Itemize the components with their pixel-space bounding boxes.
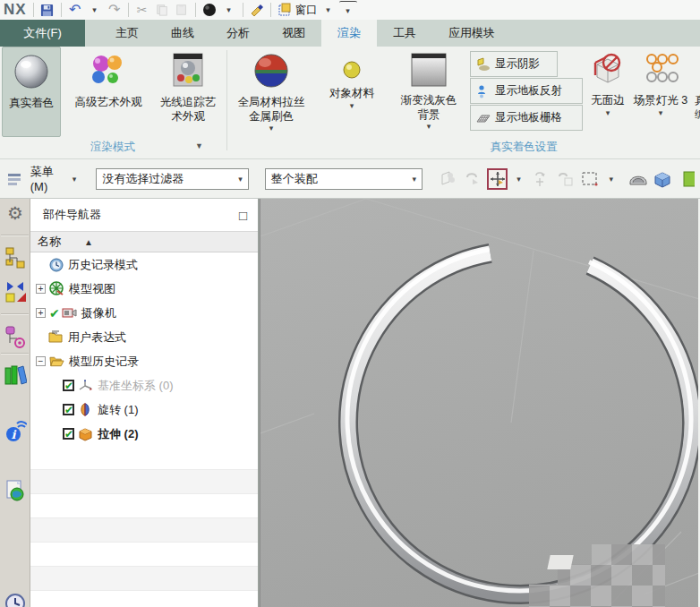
tab-render[interactable]: 渲染 (321, 20, 377, 47)
ray-traced-art-appearance-button[interactable]: 光线追踪艺术外观 (154, 47, 222, 137)
tab-curve[interactable]: 曲线 (155, 20, 210, 47)
work-plane-icon[interactable] (437, 168, 458, 190)
tab-label: 曲线 (171, 25, 194, 41)
show-floor-reflection-toggle[interactable]: 显示地板反射 (470, 78, 583, 104)
tab-analysis[interactable]: 分析 (210, 20, 266, 47)
undo-icon[interactable]: ↶ (66, 1, 84, 19)
metal-sphere-icon (13, 53, 50, 93)
shell-display-icon[interactable] (627, 168, 649, 190)
render-style-dropdown-icon[interactable]: ▾ (220, 1, 238, 19)
part-navigator-icon[interactable] (3, 324, 28, 349)
dropdown-icon[interactable]: ▾ (269, 124, 274, 133)
paste-icon[interactable] (173, 1, 191, 19)
tree-row-cameras[interactable]: + ✔ 摄像机 (30, 301, 258, 325)
no-face-edges-button[interactable]: 无面边 ▾ (585, 47, 631, 137)
reuse-library-icon[interactable] (3, 362, 28, 387)
dropdown-icon[interactable]: ▾ (427, 122, 431, 131)
tree-row-model-history[interactable]: − 模型历史记录 (30, 349, 258, 373)
ribbon-options-icon[interactable]: ▾ (339, 1, 357, 19)
rotate-object-icon[interactable] (529, 168, 551, 190)
expand-icon[interactable]: + (36, 284, 46, 294)
tab-view[interactable]: 视图 (266, 20, 321, 47)
window-label[interactable]: 窗口 (295, 3, 318, 18)
undo-dropdown-icon[interactable]: ▾ (86, 1, 104, 19)
redo-icon[interactable]: ↷ (106, 1, 124, 19)
global-material-button[interactable]: 全局材料拉丝金属刷色 ▾ (230, 47, 312, 137)
constraint-navigator-icon[interactable] (3, 279, 28, 304)
tab-application[interactable]: 应用模块 (432, 20, 511, 47)
collapse-icon[interactable]: − (36, 356, 46, 366)
web-browser-icon[interactable]: i (3, 419, 28, 444)
show-shadow-toggle[interactable]: 显示阴影 (470, 51, 558, 77)
shaded-box-icon[interactable] (653, 168, 674, 190)
select-dropdown-icon[interactable]: ▾ (602, 170, 620, 188)
maximize-icon[interactable]: □ (239, 208, 247, 223)
floor-grid-icon (476, 111, 491, 125)
checkbox-checked-icon[interactable]: ✔ (63, 380, 74, 391)
graphics-viewport[interactable] (260, 199, 698, 607)
assembly-navigator-icon[interactable] (3, 245, 28, 270)
selection-filter-combo[interactable]: 没有选择过滤器 ▾ (96, 168, 248, 190)
tree-row-extrude[interactable]: ✔ 拉伸 (2) (30, 422, 258, 446)
scene-lights-icon (641, 52, 680, 90)
save-icon[interactable] (38, 1, 56, 19)
copy-icon[interactable] (153, 1, 171, 19)
rectangle-select-icon[interactable] (579, 168, 601, 190)
shadow-icon (476, 57, 491, 72)
window-icon[interactable] (276, 1, 294, 19)
tab-tools[interactable]: 工具 (377, 20, 432, 47)
object-material-button[interactable]: 对象材料 ▾ (318, 47, 386, 137)
tree-row-revolve[interactable]: ✔ 旋转 (1) (30, 398, 258, 422)
object-material-sphere-icon (341, 59, 363, 83)
history-palette-icon[interactable] (3, 478, 28, 503)
toggle-label: 显示地板反射 (495, 83, 562, 98)
cut-icon[interactable]: ✂ (133, 1, 151, 19)
tab-file[interactable]: 文件(F) (0, 20, 85, 47)
revolve-feature-icon (78, 402, 93, 417)
copy-to-layer-icon[interactable] (554, 168, 576, 190)
tree-row-model-views[interactable]: + 模型视图 (30, 277, 258, 301)
empty-row (30, 470, 258, 494)
divider (1, 235, 29, 236)
menu-button[interactable]: 菜单(M) (30, 164, 71, 193)
nx-logo: NX (2, 1, 29, 19)
menu-icon[interactable] (4, 168, 25, 190)
tree-row-datum-csys[interactable]: ✔ 基准坐标系 (0) (30, 373, 258, 398)
true-shading-button[interactable]: 真实着色 (2, 47, 61, 137)
button-label: 渐变浅灰色背景 (399, 94, 458, 122)
render-style-sphere-icon[interactable] (201, 1, 218, 19)
column-header-row[interactable]: 名称 ▲ (30, 231, 258, 252)
scene-lights-button[interactable]: 场景灯光 3 ▾ (633, 47, 688, 137)
tree-row-user-expressions[interactable]: 用户表达式 (30, 325, 258, 349)
checkbox-checked-icon[interactable]: ✔ (63, 404, 74, 415)
no-face-edges-icon (590, 52, 626, 90)
brush-icon[interactable] (248, 1, 266, 19)
tree-row-label: 基准坐标系 (0) (98, 378, 174, 394)
background-gradient-button[interactable]: 渐变浅灰色背景 ▾ (391, 47, 466, 137)
gear-icon[interactable]: ⚙ (3, 201, 28, 226)
expand-icon[interactable]: + (36, 308, 46, 318)
group-dialog-launcher-icon[interactable]: ▼ (195, 141, 203, 150)
separator (33, 3, 34, 17)
empty-row (30, 567, 258, 591)
dropdown-icon[interactable]: ▾ (606, 108, 610, 117)
window-dropdown-icon[interactable]: ▾ (320, 1, 337, 19)
partial-toolbar-icon[interactable] (677, 168, 698, 190)
column-header-name: 名称 (38, 234, 61, 250)
tree-row-history-mode[interactable]: 历史记录模式 (30, 252, 258, 277)
sort-ascending-icon[interactable]: ▲ (84, 237, 93, 247)
tab-label: 文件(F) (23, 25, 62, 41)
tab-home[interactable]: 主页 (99, 20, 155, 47)
clock-icon[interactable] (3, 589, 28, 607)
checkbox-checked-icon[interactable]: ✔ (63, 428, 74, 440)
move-dropdown-icon[interactable]: ▾ (509, 170, 527, 188)
menu-dropdown-icon[interactable]: ▾ (73, 175, 77, 184)
dropdown-icon[interactable]: ▾ (659, 108, 663, 117)
snap-point-icon[interactable] (462, 168, 483, 190)
show-floor-grid-toggle[interactable]: 显示地板栅格 (470, 105, 583, 131)
dropdown-icon[interactable]: ▾ (350, 101, 354, 110)
advanced-art-appearance-button[interactable]: 高级艺术外观 (64, 47, 152, 137)
true-shading-editor-button[interactable]: 真实着色编辑器 (692, 47, 700, 137)
move-object-icon[interactable] (487, 168, 508, 190)
selection-scope-combo[interactable]: 整个装配 ▾ (265, 168, 423, 190)
